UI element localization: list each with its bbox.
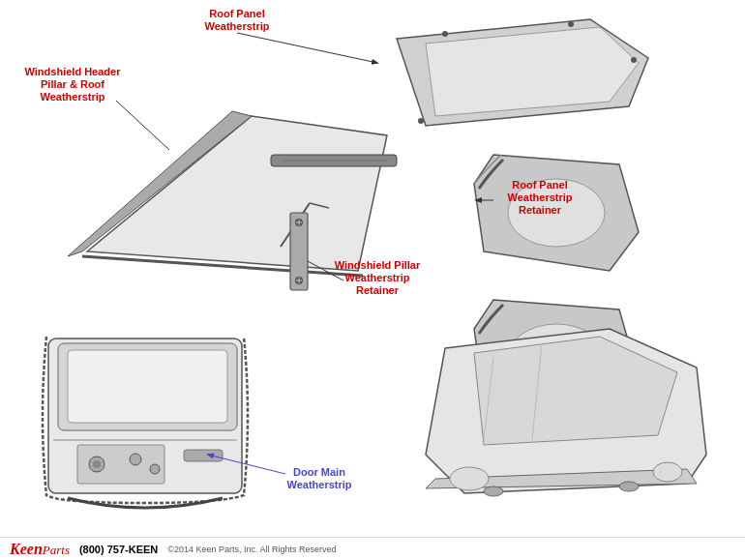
footer-phone: (800) 757-KEEN bbox=[79, 544, 158, 555]
svg-text:Windshield Header: Windshield Header bbox=[25, 66, 122, 77]
svg-point-29 bbox=[130, 454, 141, 465]
svg-point-8 bbox=[631, 57, 637, 63]
label-roof-panel-weatherstrip: Roof Panel bbox=[209, 8, 264, 19]
svg-point-9 bbox=[418, 118, 424, 124]
svg-point-33 bbox=[450, 467, 489, 490]
svg-text:Windshield Pillar: Windshield Pillar bbox=[335, 259, 421, 271]
diagram-container: Roof Panel Weatherstrip Windshield Heade… bbox=[0, 0, 745, 560]
svg-text:Weatherstrip: Weatherstrip bbox=[204, 20, 269, 32]
svg-point-7 bbox=[568, 21, 574, 27]
svg-text:Retainer: Retainer bbox=[519, 204, 562, 216]
svg-point-36 bbox=[619, 482, 639, 491]
footer: KeenParts (800) 757-KEEN ©2014 Keen Part… bbox=[0, 537, 745, 560]
svg-point-35 bbox=[484, 486, 503, 496]
svg-text:Pillar & Roof: Pillar & Roof bbox=[41, 78, 104, 90]
svg-rect-23 bbox=[68, 350, 227, 423]
svg-text:Weatherstrip: Weatherstrip bbox=[344, 272, 409, 283]
svg-text:Weatherstrip: Weatherstrip bbox=[507, 192, 572, 203]
svg-point-34 bbox=[653, 462, 682, 482]
svg-point-30 bbox=[150, 464, 160, 474]
svg-text:Retainer: Retainer bbox=[356, 284, 400, 296]
keen-logo: KeenParts bbox=[10, 541, 70, 558]
footer-copyright: ©2014 Keen Parts, Inc. All Rights Reserv… bbox=[167, 545, 336, 554]
svg-text:Weatherstrip: Weatherstrip bbox=[286, 479, 351, 490]
svg-text:Door Main: Door Main bbox=[293, 466, 345, 478]
svg-rect-25 bbox=[184, 450, 223, 461]
svg-point-28 bbox=[93, 460, 101, 468]
svg-text:Roof Panel: Roof Panel bbox=[512, 179, 567, 191]
svg-point-6 bbox=[442, 31, 448, 37]
diagram-svg: Roof Panel Weatherstrip Windshield Heade… bbox=[0, 0, 745, 537]
svg-text:Weatherstrip: Weatherstrip bbox=[40, 91, 104, 103]
